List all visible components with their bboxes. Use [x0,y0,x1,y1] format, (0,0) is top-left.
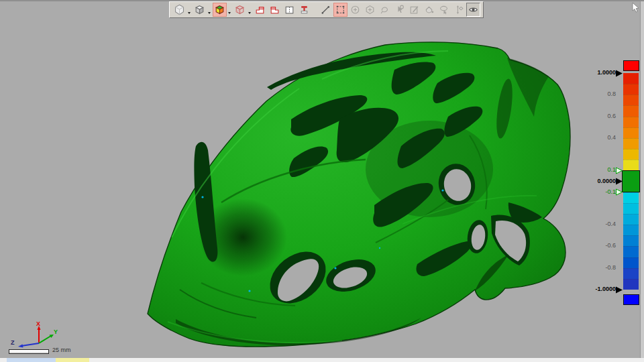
axis-x-label: X [36,320,40,327]
legend-marker--1.0000[interactable] [616,286,623,294]
spectrum-display-button[interactable] [213,3,227,17]
rectangle-selection-icon [335,4,346,15]
legend-marker-1.0000[interactable] [616,70,623,77]
rectangle-selection-button[interactable] [333,3,347,17]
flood-fill-selection-button [422,3,436,17]
split-view-icon [284,4,295,15]
circle-selection-icon [350,4,361,15]
scale-bar [9,349,49,354]
split-view-button[interactable] [282,3,297,17]
lasso-selection-icon [379,4,390,15]
pin-clamp-icon [299,4,310,15]
lasso-selection-button [378,3,392,17]
section-view-a-icon [254,4,266,15]
legend-marker-0.0000[interactable] [616,178,623,185]
polygon-selection-button [363,3,377,17]
axis-z-label: Z [11,339,15,346]
solid-display-button[interactable] [193,3,207,17]
line-selection-icon [320,4,331,15]
custom-region-selection-icon [409,4,420,15]
solid-display-dropdown-arrow[interactable] [208,12,211,14]
wireframe-display-icon [234,4,246,15]
scale-bar-label: 25 mm [52,347,71,353]
pin-clamp-button[interactable] [297,3,311,17]
window-right-edge [640,1,644,358]
section-view-b-icon [269,4,280,15]
paint-selection-icon [394,4,405,15]
status-strip [0,358,644,362]
through-selection-icon [453,4,464,15]
wireframe-display-dropdown-arrow[interactable] [248,12,251,14]
custom-region-selection-button [407,3,421,17]
legend-marker-0.1[interactable] [616,167,623,174]
axis-y-label: Y [54,328,58,335]
view-and-selection-toolbar [169,1,484,18]
lasso-pointer-selection-button [437,3,451,17]
shaded-display-dropdown-arrow[interactable] [188,12,191,14]
model-viewport-3d[interactable] [0,1,644,362]
toolbar-separator [312,3,318,17]
wireframe-display-button[interactable] [233,3,247,17]
through-selection-button [451,3,466,17]
status-strip-block-1 [56,358,89,362]
section-view-b-button[interactable] [268,3,282,17]
legend-marker--0.1[interactable] [616,188,623,196]
visibility-toggle-icon [468,4,479,15]
visibility-toggle-button[interactable] [466,3,480,17]
status-strip-block-0 [7,358,56,362]
circle-selection-button [348,3,362,17]
shaded-display-button[interactable] [172,3,186,17]
solid-display-icon [194,4,205,15]
shaded-display-icon [174,4,185,15]
application-window: 1.00000.80.60.40.10.0000-0.1-0.4-0.6-0.8… [0,0,644,362]
lasso-pointer-selection-icon [438,4,449,15]
flood-fill-selection-icon [423,4,435,15]
spectrum-display-dropdown-arrow[interactable] [228,12,231,14]
line-selection-button[interactable] [319,3,333,17]
spectrum-display-icon [214,4,225,15]
polygon-selection-icon [364,4,376,15]
paint-selection-button [392,3,407,17]
helmet-model[interactable] [148,42,570,347]
section-view-a-button[interactable] [253,3,267,17]
mouse-cursor [632,3,640,13]
